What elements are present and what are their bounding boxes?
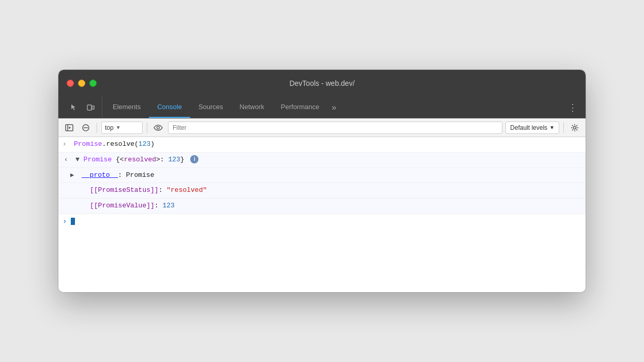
maximize-button[interactable]: [89, 80, 97, 87]
svg-point-8: [157, 126, 160, 129]
window-title: DevTools - web.dev/: [289, 79, 355, 87]
console-row-status: [[PromiseStatus]]: "resolved": [58, 183, 586, 199]
svg-rect-0: [87, 105, 91, 110]
console-area: › Promise.resolve(123) ‹ ▼ Promise {<res…: [58, 137, 586, 292]
tab-console[interactable]: Console: [149, 97, 190, 118]
tab-performance[interactable]: Performance: [272, 97, 327, 118]
console-promise-content: ▼ Promise {<resolved>: 123} i: [75, 155, 581, 165]
console-prompt: ›: [63, 217, 67, 225]
svg-rect-1: [92, 106, 94, 109]
console-input-content: Promise.resolve(123): [74, 139, 581, 150]
console-status-content: [[PromiseStatus]]: "resolved": [90, 185, 581, 196]
proto-link[interactable]: __proto__: [82, 171, 118, 179]
console-input-row[interactable]: ›: [58, 214, 586, 229]
console-row-promise-output: ‹ ▼ Promise {<resolved>: 123} i: [58, 153, 586, 168]
row-spacer-2: [79, 201, 86, 201]
svg-point-9: [574, 126, 576, 129]
console-text-promise: Promise: [74, 140, 102, 148]
context-arrow: ▼: [116, 125, 121, 130]
collapse-arrow[interactable]: ▼: [75, 156, 84, 163]
filter-input[interactable]: [168, 122, 502, 134]
row-spacer: [79, 185, 86, 186]
close-button[interactable]: [67, 80, 74, 87]
info-badge[interactable]: i: [190, 155, 198, 163]
tab-network[interactable]: Network: [232, 97, 273, 118]
console-row-value: [[PromiseValue]]: 123: [58, 199, 586, 214]
console-value-content: [[PromiseValue]]: 123: [90, 201, 581, 212]
toolbar-divider-2: [147, 123, 147, 133]
collapse-indicator[interactable]: ‹: [64, 155, 71, 165]
tab-elements[interactable]: Elements: [104, 97, 149, 118]
device-toolbar-button[interactable]: [83, 100, 98, 115]
console-row-proto: ▶ __proto__: Promise: [58, 168, 586, 184]
show-sidebar-button[interactable]: [63, 121, 76, 134]
toolbar-divider-3: [563, 123, 564, 133]
devtools-window: DevTools - web.dev/ Elements Console So: [58, 70, 586, 292]
clear-console-button[interactable]: [79, 121, 93, 134]
settings-button[interactable]: [568, 121, 581, 134]
devtools-menu-button[interactable]: ⋮: [564, 97, 581, 118]
inspect-element-button[interactable]: [67, 100, 81, 115]
traffic-lights: [67, 80, 97, 87]
context-selector[interactable]: top ▼: [101, 122, 143, 134]
console-row-input: › Promise.resolve(123): [58, 137, 586, 153]
minimize-button[interactable]: [78, 80, 85, 87]
expand-indicator[interactable]: ▶: [70, 170, 78, 180]
console-toolbar: top ▼ Default levels ▼: [58, 118, 586, 137]
more-tabs-button[interactable]: »: [328, 97, 341, 118]
console-proto-content: __proto__: Promise: [82, 170, 581, 181]
eye-button[interactable]: [151, 121, 165, 134]
tab-sources[interactable]: Sources: [190, 97, 232, 118]
tab-icon-group: [63, 97, 102, 118]
input-indicator: ›: [63, 139, 70, 149]
title-bar: DevTools - web.dev/: [58, 70, 586, 97]
default-levels-arrow: ▼: [549, 125, 555, 130]
toolbar-divider: [97, 123, 97, 133]
tab-bar: Elements Console Sources Network Perform…: [58, 97, 586, 118]
console-cursor: [71, 218, 75, 225]
default-levels-button[interactable]: Default levels ▼: [505, 122, 559, 134]
